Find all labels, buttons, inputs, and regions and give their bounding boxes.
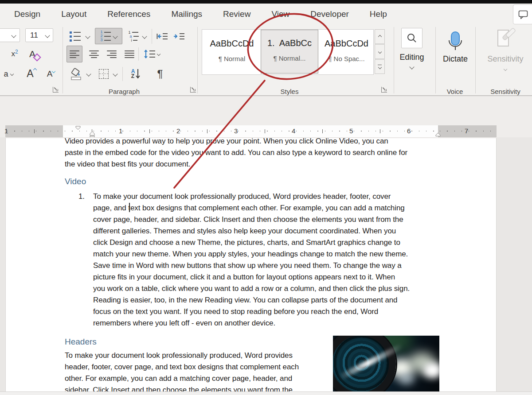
sensitivity-button-disabled[interactable]: Sensitivity <box>479 27 532 85</box>
shading-button[interactable] <box>67 65 85 83</box>
line-spacing-button[interactable] <box>142 46 162 62</box>
paragraph-line: Video provides a powerful way to help yo… <box>65 138 388 147</box>
line-spacing-icon <box>144 49 156 59</box>
styles-scroll-down-button[interactable] <box>375 44 385 59</box>
align-left-button-selected[interactable] <box>66 46 82 62</box>
dictate-label: Dictate <box>433 54 477 64</box>
ruler-number: 6 <box>407 127 411 135</box>
bokeh-light <box>399 374 415 384</box>
dictate-button[interactable]: Dictate <box>439 28 472 84</box>
ruler-number: 1 <box>119 127 122 135</box>
bullets-dropdown-chevron[interactable] <box>85 34 90 39</box>
tab-references[interactable]: References <box>107 9 150 19</box>
document-chrome <box>0 96 532 125</box>
editing-button[interactable] <box>401 28 422 48</box>
list-number: 1. <box>78 191 85 202</box>
microphone-arc <box>449 40 462 47</box>
style-preview: 1. AaBbCc <box>261 38 318 48</box>
list-line: picture fits in your document, click it … <box>93 271 395 283</box>
style-card-list-number-selected[interactable]: 1. AaBbCc ¶ Normal... <box>261 30 318 74</box>
style-card-normal[interactable]: AaBbCcDd ¶ Normal <box>204 31 260 73</box>
shrink-font-button[interactable]: A <box>42 66 60 82</box>
camera-lens-image[interactable] <box>333 336 439 391</box>
shading-dropdown-chevron[interactable] <box>86 71 91 76</box>
multilevel-dropdown-chevron[interactable] <box>142 34 147 39</box>
ruler-number: 5 <box>349 127 353 135</box>
font-dialog-launcher[interactable] <box>53 87 59 93</box>
styles-scroll-up-button[interactable] <box>375 29 385 44</box>
paragraph-line: paste in the embed code for the video yo… <box>65 147 407 159</box>
increase-indent-button[interactable] <box>172 30 186 43</box>
chevron-down-icon <box>378 66 381 69</box>
list-line: To make your document look professionall… <box>93 191 391 202</box>
right-indent-marker[interactable] <box>435 132 441 137</box>
numbering-button-selected[interactable]: 1 2 3 <box>95 28 122 44</box>
style-preview: AaBbCcDd <box>204 39 260 49</box>
list-line: remembers where you left off - even on a… <box>93 318 275 329</box>
borders-dropdown-chevron[interactable] <box>113 71 117 76</box>
paragraph-line: the video that best fits your document. <box>65 159 190 170</box>
ruler-number: 7 <box>465 127 468 135</box>
sensitivity-group-label: Sensitivity <box>479 88 532 95</box>
list-line: you work on a table, click where you wan… <box>93 283 410 294</box>
grow-font-button[interactable]: A <box>22 65 41 82</box>
multilevel-list-icon: 1 a i <box>128 31 138 42</box>
first-line-indent-marker[interactable] <box>75 126 81 130</box>
superscript-x: x <box>11 50 15 58</box>
tab-developer[interactable]: Developer <box>310 9 349 19</box>
multilevel-list-button[interactable]: 1 a i <box>126 29 141 44</box>
chevron-down-icon <box>504 67 507 71</box>
document-page[interactable]: Video provides a powerful way to help yo… <box>5 138 497 391</box>
style-card-no-spacing[interactable]: AaBbCcDd ¶ No Spac... <box>320 31 373 73</box>
paragraph-line: other. For example, you can add a matchi… <box>65 373 292 384</box>
small-separator <box>138 47 139 61</box>
sort-button[interactable]: A Z <box>127 65 145 83</box>
styles-more-button[interactable] <box>375 59 385 74</box>
window-top-bar <box>0 0 532 4</box>
bullets-button[interactable] <box>66 29 83 44</box>
tab-design[interactable]: Design <box>14 9 40 19</box>
sort-icon: A Z <box>131 69 135 79</box>
font-size-dropdown[interactable]: 11 <box>25 28 53 42</box>
superscript-button[interactable]: x 2 <box>6 46 23 62</box>
tab-layout[interactable]: Layout <box>61 9 86 19</box>
sensitivity-badge-icon <box>505 27 516 38</box>
list-line: page, and text box designs that compleme… <box>93 202 405 214</box>
paragraph-line: To make your document look professionall… <box>65 350 293 361</box>
list-line: different galleries. Themes and styles a… <box>93 225 396 237</box>
styles-dialog-launcher[interactable] <box>381 87 387 93</box>
chevron-down-icon <box>378 50 381 53</box>
list-line: cover page, header, and sidebar. Click I… <box>93 214 403 225</box>
style-name: ¶ Normal <box>204 55 260 62</box>
borders-button[interactable] <box>96 66 112 82</box>
microphone-stem <box>455 47 456 50</box>
decrease-indent-button[interactable] <box>155 30 169 43</box>
style-name: ¶ Normal... <box>261 54 318 62</box>
show-formatting-button[interactable]: ¶ <box>153 65 168 83</box>
change-case-button[interactable]: a <box>0 66 17 82</box>
justify-button[interactable] <box>122 46 137 62</box>
tab-mailings[interactable]: Mailings <box>171 9 202 19</box>
superscript-2: 2 <box>15 49 18 55</box>
change-case-letter: a <box>4 70 8 79</box>
style-preview: AaBbCcDd <box>320 39 373 49</box>
small-separator <box>122 67 123 81</box>
pilcrow-icon: ¶ <box>157 68 163 80</box>
font-name-dropdown[interactable] <box>0 28 20 42</box>
paragraph-line: header, footer, cover page, and text box… <box>65 361 299 373</box>
comments-button[interactable] <box>513 4 532 24</box>
editing-dropdown-chevron[interactable] <box>409 64 414 69</box>
align-center-button[interactable] <box>87 46 101 62</box>
tab-help[interactable]: Help <box>370 9 387 19</box>
text-effects-button[interactable]: A <box>26 45 43 63</box>
tab-review[interactable]: Review <box>223 9 250 19</box>
headers-heading: Headers <box>65 337 97 347</box>
list-line: Reading is easier, too, in the new Readi… <box>93 294 397 306</box>
caret-down-icon <box>52 70 55 73</box>
document-area: Video provides a powerful way to help yo… <box>0 137 532 391</box>
ribbon: 11 x 2 A a A A <box>0 24 532 96</box>
align-right-button[interactable] <box>105 46 119 62</box>
bokeh-light <box>423 362 439 378</box>
paragraph-dialog-launcher[interactable] <box>190 87 196 93</box>
tab-view[interactable]: View <box>271 9 289 19</box>
